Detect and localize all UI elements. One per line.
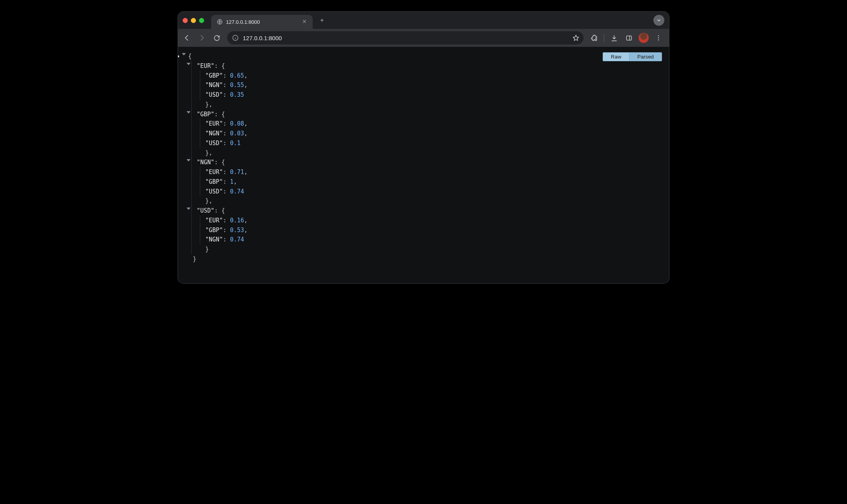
tab-close-button[interactable] bbox=[302, 19, 308, 25]
chevron-down-icon[interactable] bbox=[187, 159, 190, 161]
json-leaf: "USD": 0.35 bbox=[197, 90, 664, 100]
reload-button[interactable] bbox=[210, 31, 223, 44]
json-node: "EUR": {"GBP": 0.65,"NGN": 0.55,"USD": 0… bbox=[188, 61, 664, 110]
browser-window: 127.0.0.1:8000 127.0.0.1:8000 bbox=[178, 12, 669, 283]
json-key-row: "GBP": { bbox=[197, 111, 225, 118]
forward-button[interactable] bbox=[195, 31, 208, 44]
tab-strip: 127.0.0.1:8000 bbox=[178, 12, 669, 29]
json-node: "USD": {"EUR": 0.16,"GBP": 0.53,"NGN": 0… bbox=[188, 206, 664, 254]
json-leaf: "GBP": 0.65, bbox=[197, 71, 664, 81]
json-leaf: "EUR": 0.08, bbox=[197, 119, 664, 129]
json-leaf: "NGN": 0.03, bbox=[197, 129, 664, 138]
json-key-row: "NGN": { bbox=[197, 159, 225, 166]
json-key-row: "USD": { bbox=[197, 207, 225, 214]
window-close-button[interactable] bbox=[183, 18, 188, 23]
tab-search-button[interactable] bbox=[653, 15, 664, 26]
json-leaf: "NGN": 0.74 bbox=[197, 235, 664, 245]
page-content: Raw Parsed {"EUR": {"GBP": 0.65,"NGN": 0… bbox=[178, 47, 669, 283]
json-leaf: "EUR": 0.16, bbox=[197, 216, 664, 225]
bookmark-button[interactable] bbox=[572, 34, 580, 42]
json-tree: {"EUR": {"GBP": 0.65,"NGN": 0.55,"USD": … bbox=[183, 51, 664, 264]
svg-rect-2 bbox=[626, 35, 632, 40]
browser-tab[interactable]: 127.0.0.1:8000 bbox=[211, 15, 313, 29]
json-leaf: "NGN": 0.55, bbox=[197, 80, 664, 90]
svg-point-3 bbox=[658, 35, 659, 36]
toolbar-separator bbox=[604, 34, 604, 42]
menu-button[interactable] bbox=[652, 31, 665, 44]
json-node: "GBP": {"EUR": 0.08,"NGN": 0.03,"USD": 0… bbox=[188, 110, 664, 158]
window-maximize-button[interactable] bbox=[199, 18, 204, 23]
url-text: 127.0.0.1:8000 bbox=[243, 35, 568, 41]
json-leaf: "GBP": 0.53, bbox=[197, 225, 664, 235]
chevron-down-icon[interactable] bbox=[187, 208, 190, 210]
downloads-button[interactable] bbox=[607, 31, 621, 44]
json-brace: { bbox=[188, 53, 192, 60]
json-leaf: "GBP": 1, bbox=[197, 177, 664, 187]
json-key-row: "EUR": { bbox=[197, 62, 225, 69]
svg-point-5 bbox=[658, 39, 659, 41]
chevron-down-icon[interactable] bbox=[182, 53, 186, 55]
back-button[interactable] bbox=[180, 31, 194, 44]
site-info-icon[interactable] bbox=[232, 34, 239, 41]
window-minimize-button[interactable] bbox=[191, 18, 196, 23]
extensions-button[interactable] bbox=[587, 31, 601, 44]
new-tab-button[interactable] bbox=[317, 15, 327, 26]
json-leaf: "USD": 0.74 bbox=[197, 187, 664, 197]
json-leaf: "EUR": 0.71, bbox=[197, 167, 664, 177]
json-leaf: "USD": 0.1 bbox=[197, 138, 664, 148]
profile-button[interactable] bbox=[637, 31, 650, 44]
globe-icon bbox=[217, 19, 223, 25]
address-bar[interactable]: 127.0.0.1:8000 bbox=[227, 31, 584, 44]
side-panel-button[interactable] bbox=[622, 31, 635, 44]
toolbar: 127.0.0.1:8000 bbox=[178, 29, 669, 47]
tab-title: 127.0.0.1:8000 bbox=[226, 19, 299, 25]
window-controls bbox=[183, 18, 204, 23]
avatar bbox=[639, 33, 649, 43]
svg-point-4 bbox=[658, 37, 659, 39]
chevron-down-icon[interactable] bbox=[187, 111, 190, 114]
json-node: "NGN": {"EUR": 0.71,"GBP": 1,"USD": 0.74… bbox=[188, 158, 664, 206]
chevron-down-icon[interactable] bbox=[187, 63, 190, 65]
